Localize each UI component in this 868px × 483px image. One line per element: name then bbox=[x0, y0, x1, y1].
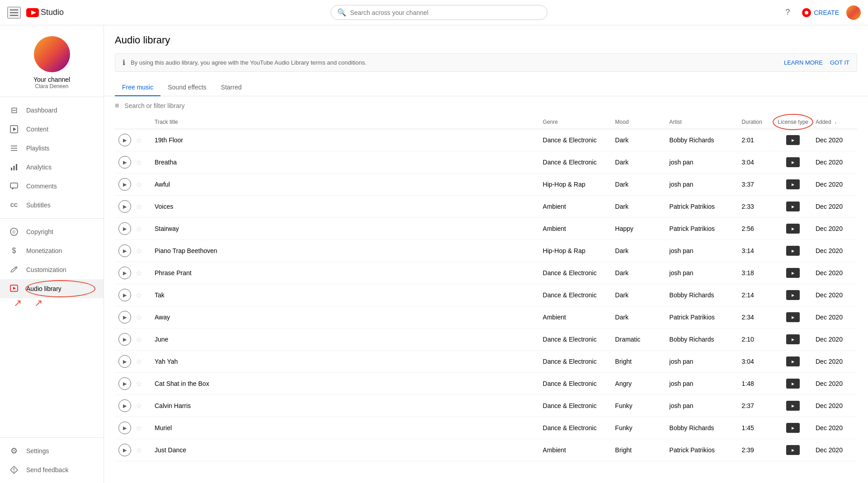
svg-rect-9 bbox=[16, 164, 17, 170]
sidebar-item-feedback[interactable]: Send feedback bbox=[0, 460, 104, 479]
got-it-button[interactable]: GOT IT bbox=[830, 59, 849, 66]
filter-icon[interactable]: ≡ bbox=[115, 102, 119, 110]
row-actions-5: ▶ ☆ bbox=[115, 240, 151, 262]
star-button-12[interactable]: ☆ bbox=[136, 402, 142, 410]
play-button-13[interactable]: ▶ bbox=[118, 422, 131, 434]
sidebar-item-subtitles[interactable]: CC Subtitles bbox=[0, 196, 104, 215]
profile-avatar[interactable] bbox=[34, 36, 70, 72]
star-button-13[interactable]: ☆ bbox=[136, 424, 142, 432]
play-button-2[interactable]: ▶ bbox=[118, 178, 131, 191]
th-actions bbox=[115, 115, 151, 129]
th-artist: Artist bbox=[666, 115, 738, 129]
sidebar-item-dashboard[interactable]: ⊟ Dashboard bbox=[0, 101, 104, 120]
youtube-icon bbox=[26, 8, 39, 17]
th-genre: Genre bbox=[539, 115, 612, 129]
track-added-13: Dec 2020 bbox=[812, 417, 857, 439]
sidebar-divider-1 bbox=[0, 218, 104, 219]
star-button-11[interactable]: ☆ bbox=[136, 380, 142, 388]
table-row: ▶ ☆ Piano Trap Beethoven Hip-Hop & Rap D… bbox=[115, 240, 857, 262]
filter-input[interactable] bbox=[124, 102, 857, 109]
topbar: Studio 🔍 ? CREATE bbox=[0, 0, 868, 25]
play-button-12[interactable]: ▶ bbox=[118, 399, 131, 412]
play-button-7[interactable]: ▶ bbox=[118, 289, 131, 301]
play-button-9[interactable]: ▶ bbox=[118, 333, 131, 346]
track-duration-14: 2:39 bbox=[738, 439, 774, 461]
sort-icon: ↓ bbox=[835, 120, 837, 125]
row-actions-10: ▶ ☆ bbox=[115, 351, 151, 373]
svg-marker-3 bbox=[13, 127, 16, 131]
avatar[interactable] bbox=[846, 5, 861, 20]
sidebar-item-monetization[interactable]: $ Monetization bbox=[0, 241, 104, 260]
track-artist-5: josh pan bbox=[666, 240, 738, 262]
track-license-1: ▶ bbox=[774, 151, 812, 174]
th-added[interactable]: Added ↓ bbox=[812, 115, 857, 129]
star-button-14[interactable]: ☆ bbox=[136, 446, 142, 455]
table-row: ▶ ☆ 19th Floor Dance & Electronic Dark B… bbox=[115, 129, 857, 151]
play-button-10[interactable]: ▶ bbox=[118, 355, 131, 368]
play-button-14[interactable]: ▶ bbox=[118, 444, 131, 456]
star-button-8[interactable]: ☆ bbox=[136, 313, 142, 322]
track-artist-10: josh pan bbox=[666, 351, 738, 373]
play-button-1[interactable]: ▶ bbox=[118, 156, 131, 169]
svg-rect-7 bbox=[11, 168, 12, 170]
star-button-3[interactable]: ☆ bbox=[136, 202, 142, 211]
learn-more-button[interactable]: LEARN MORE bbox=[784, 59, 823, 66]
sidebar-item-audio-library[interactable]: Audio library bbox=[0, 279, 104, 298]
star-button-0[interactable]: ☆ bbox=[136, 136, 142, 145]
play-button-3[interactable]: ▶ bbox=[118, 200, 131, 213]
track-mood-2: Dark bbox=[612, 174, 666, 196]
play-button-11[interactable]: ▶ bbox=[118, 377, 131, 390]
sidebar-item-copyright[interactable]: © Copyright bbox=[0, 222, 104, 241]
track-added-6: Dec 2020 bbox=[812, 262, 857, 284]
play-button-4[interactable]: ▶ bbox=[118, 222, 131, 235]
star-button-1[interactable]: ☆ bbox=[136, 158, 142, 167]
star-button-5[interactable]: ☆ bbox=[136, 247, 142, 255]
star-button-6[interactable]: ☆ bbox=[136, 269, 142, 277]
table-row: ▶ ☆ Muriel Dance & Electronic Funky Bobb… bbox=[115, 417, 857, 439]
sidebar-item-analytics[interactable]: Analytics bbox=[0, 158, 104, 177]
notice-icon: ℹ bbox=[123, 58, 125, 67]
sidebar-item-comments[interactable]: Comments bbox=[0, 177, 104, 196]
table-row: ▶ ☆ Breatha Dance & Electronic Dark josh… bbox=[115, 151, 857, 174]
star-button-9[interactable]: ☆ bbox=[136, 335, 142, 344]
star-button-2[interactable]: ☆ bbox=[136, 180, 142, 189]
create-button[interactable]: CREATE bbox=[802, 8, 839, 17]
star-button-7[interactable]: ☆ bbox=[136, 291, 142, 300]
search-input[interactable] bbox=[350, 9, 541, 16]
settings-icon: ⚙ bbox=[9, 446, 19, 456]
sidebar-item-content[interactable]: Content bbox=[0, 120, 104, 139]
help-button[interactable]: ? bbox=[780, 5, 795, 20]
track-added-12: Dec 2020 bbox=[812, 395, 857, 417]
tab-starred[interactable]: Starred bbox=[214, 79, 249, 96]
tab-sound-effects[interactable]: Sound effects bbox=[160, 79, 213, 96]
track-title-5: Piano Trap Beethoven bbox=[151, 240, 539, 262]
track-artist-3: Patrick Patrikios bbox=[666, 196, 738, 218]
tab-free-music[interactable]: Free music bbox=[115, 79, 160, 96]
play-button-5[interactable]: ▶ bbox=[118, 244, 131, 257]
sidebar-label-copyright: Copyright bbox=[26, 228, 53, 235]
track-mood-5: Dark bbox=[612, 240, 666, 262]
star-button-4[interactable]: ☆ bbox=[136, 225, 142, 233]
hamburger-menu[interactable] bbox=[7, 7, 21, 19]
table-head: Track title Genre Mood Artist Duration bbox=[115, 115, 857, 129]
search-bar-wrap: 🔍 bbox=[105, 5, 773, 20]
arrow-right: ↗ bbox=[34, 298, 42, 308]
topbar-right: ? CREATE bbox=[780, 5, 861, 20]
track-mood-12: Funky bbox=[612, 395, 666, 417]
th-duration: Duration bbox=[738, 115, 774, 129]
play-button-6[interactable]: ▶ bbox=[118, 267, 131, 279]
track-genre-2: Hip-Hop & Rap bbox=[539, 174, 612, 196]
track-title-1: Breatha bbox=[151, 151, 539, 174]
sidebar-item-customization[interactable]: Customization bbox=[0, 260, 104, 279]
row-actions-9: ▶ ☆ bbox=[115, 328, 151, 351]
track-mood-3: Dark bbox=[612, 196, 666, 218]
track-added-9: Dec 2020 bbox=[812, 328, 857, 351]
star-button-10[interactable]: ☆ bbox=[136, 357, 142, 366]
play-button-0[interactable]: ▶ bbox=[118, 134, 131, 146]
sidebar-item-settings[interactable]: ⚙ Settings bbox=[0, 441, 104, 460]
track-title-7: Tak bbox=[151, 284, 539, 306]
sidebar-item-playlists[interactable]: Playlists bbox=[0, 139, 104, 158]
play-button-8[interactable]: ▶ bbox=[118, 311, 131, 324]
table-row: ▶ ☆ Voices Ambient Dark Patrick Patrikio… bbox=[115, 196, 857, 218]
sidebar-label-subtitles: Subtitles bbox=[26, 202, 51, 209]
